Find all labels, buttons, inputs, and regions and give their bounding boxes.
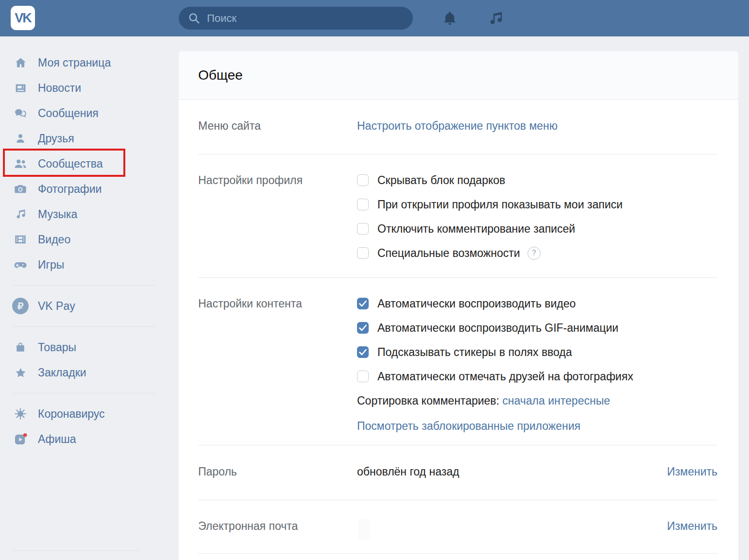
page-title: Общее (198, 68, 243, 83)
content-settings-row: Настройки контента Автоматически воспрои… (179, 278, 738, 445)
home-icon (12, 55, 29, 70)
sidebar-item-messages[interactable]: Сообщения (0, 101, 179, 126)
sidebar-item-games[interactable]: Игры (0, 252, 179, 277)
sidebar-item-photos[interactable]: Фотографии (0, 176, 179, 202)
sidebar-item-label: Новости (38, 82, 81, 95)
checkbox[interactable] (357, 247, 369, 259)
row-divider (198, 553, 717, 554)
search-input[interactable]: Поиск (179, 7, 413, 30)
checkbox-label: Автоматически воспроизводить видео (377, 297, 576, 310)
sidebar-item-video[interactable]: Видео (0, 227, 179, 252)
configure-menu-link[interactable]: Настроить отображение пунктов меню (357, 119, 558, 154)
sidebar-divider (12, 285, 155, 286)
comment-sort-label: Сортировка комментариев: (357, 394, 499, 407)
checkbox-item-hide-gifts[interactable]: Скрывать блок подарков (357, 173, 717, 187)
sidebar-item-bookmarks[interactable]: Закладки (0, 360, 179, 385)
checkbox-label: Отключить комментирование записей (377, 222, 575, 236)
sidebar-item-label: Афиша (38, 433, 76, 446)
vk-logo-text: VK (15, 11, 31, 26)
sidebar-item-label: Товары (38, 341, 76, 354)
password-status: обновлён год назад (357, 465, 459, 500)
sidebar-item-friends[interactable]: Друзья (0, 126, 179, 151)
checkbox-label: Автоматически воспроизводить GIF-анимаци… (377, 321, 618, 335)
search-placeholder: Поиск (207, 12, 237, 25)
email-row: Электронная почта Изменить (179, 500, 738, 553)
row-label: Пароль (198, 465, 357, 500)
person-icon (12, 131, 29, 146)
sidebar-item-label: Коронавирус (38, 407, 105, 421)
sidebar-item-label: Друзья (38, 132, 74, 145)
row-label: Меню сайта (198, 119, 357, 154)
notifications-bell-icon[interactable] (441, 10, 459, 27)
change-password-link[interactable]: Изменить (667, 465, 717, 500)
checkbox-item-show-my-posts[interactable]: При открытии профиля показывать мои запи… (357, 198, 717, 211)
sidebar-item-label: Закладки (38, 366, 86, 379)
sidebar-item-label: Игры (38, 258, 64, 272)
checkbox-item-auto-tag-friends[interactable]: Автоматически отмечать друзей на фотогра… (357, 370, 717, 383)
checkbox-label: Автоматически отмечать друзей на фотогра… (377, 370, 633, 383)
email-value-redacted (358, 519, 371, 540)
password-row: Пароль обновлён год назад Изменить (179, 445, 738, 500)
top-navigation-bar: VK Поиск (0, 0, 749, 36)
checkbox-label: Скрывать блок подарков (377, 173, 505, 187)
newspaper-icon (12, 81, 29, 95)
checkbox[interactable] (357, 199, 369, 210)
sidebar-item-goods[interactable]: Товары (0, 335, 179, 360)
checkbox[interactable] (357, 223, 369, 235)
blocked-apps-link[interactable]: Посмотреть заблокированные приложения (357, 420, 580, 432)
checkbox[interactable] (357, 371, 369, 382)
sidebar-divider (12, 326, 155, 327)
play-badge-icon (12, 432, 29, 446)
sidebar-item-label: Фотографии (38, 183, 102, 196)
checkbox-item-accessibility[interactable]: Специальные возможности ? (357, 246, 717, 260)
film-strip-icon (12, 232, 29, 247)
row-label: Электронная почта (198, 519, 357, 553)
camera-icon (12, 182, 29, 196)
panel-header: Общее (179, 51, 738, 100)
sidebar-item-vk-pay[interactable]: ₽ VK Pay (0, 293, 179, 319)
shopping-bag-icon (12, 340, 29, 355)
two-people-icon (12, 156, 29, 171)
profile-settings-row: Настройки профиля Скрывать блок подарков… (179, 154, 738, 277)
help-question-icon[interactable]: ? (528, 247, 541, 260)
search-icon (187, 12, 201, 25)
vk-logo[interactable]: VK (11, 6, 35, 30)
settings-panel: Общее Меню сайта Настроить отображение п… (179, 51, 738, 560)
sidebar-item-label: Видео (38, 233, 70, 246)
checkbox-item-disable-comments[interactable]: Отключить комментирование записей (357, 222, 717, 236)
star-icon (12, 365, 29, 380)
checkbox[interactable] (357, 346, 369, 358)
speech-bubbles-icon (12, 106, 29, 120)
site-menu-row: Меню сайта Настроить отображение пунктов… (179, 100, 738, 154)
music-icon[interactable] (487, 10, 504, 27)
change-email-link[interactable]: Изменить (667, 519, 717, 553)
sidebar-item-label: Музыка (38, 208, 77, 221)
checkbox-item-sticker-suggest[interactable]: Подсказывать стикеры в полях ввода (357, 345, 717, 359)
checkbox[interactable] (357, 322, 369, 334)
ruble-circle-icon: ₽ (12, 299, 29, 313)
sidebar-item-afisha[interactable]: Афиша (0, 426, 179, 452)
gamepad-icon (12, 257, 29, 272)
comment-sort-link[interactable]: сначала интересные (502, 394, 610, 407)
checkbox-item-autoplay-video[interactable]: Автоматически воспроизводить видео (357, 297, 717, 310)
row-label: Настройки профиля (198, 173, 357, 277)
sidebar-item-music[interactable]: Музыка (0, 202, 179, 227)
checkbox-item-autoplay-gif[interactable]: Автоматически воспроизводить GIF-анимаци… (357, 321, 717, 335)
sidebar-item-label: Сообщения (38, 107, 99, 120)
sidebar-divider (12, 393, 155, 393)
row-label: Настройки контента (198, 297, 357, 445)
sidebar-item-news[interactable]: Новости (0, 75, 179, 101)
sidebar-navigation: Моя страница Новости Сообщения Друзья Со… (0, 36, 179, 560)
music-note-icon (12, 207, 29, 221)
checkbox[interactable] (357, 298, 369, 309)
sidebar-item-communities[interactable]: Сообщества (0, 151, 179, 176)
checkbox-label: Специальные возможности (377, 246, 520, 260)
sidebar-item-coronavirus[interactable]: Коронавирус (0, 401, 179, 426)
sidebar-divider (12, 550, 141, 551)
sidebar-item-label: Сообщества (38, 157, 103, 170)
checkbox[interactable] (357, 174, 369, 186)
checkbox-label: При открытии профиля показывать мои запи… (377, 198, 623, 211)
sidebar-item-my-page[interactable]: Моя страница (0, 50, 179, 75)
sidebar-item-label: VK Pay (38, 300, 75, 313)
virus-icon (12, 407, 29, 421)
